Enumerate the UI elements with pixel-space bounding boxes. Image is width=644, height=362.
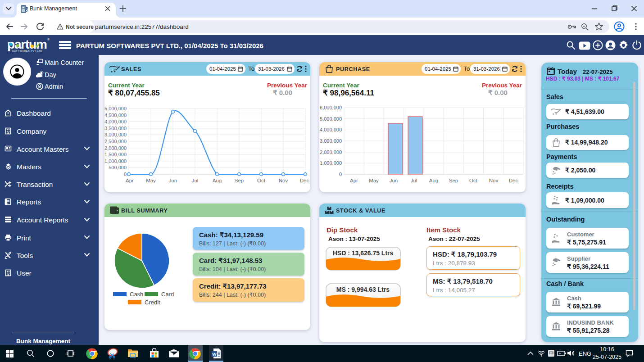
svg-text:4,500,000: 4,500,000 <box>104 113 127 118</box>
svg-text:Cash: Cash <box>130 291 143 298</box>
svg-text:HSD : 13,626.75 Ltrs: HSD : 13,626.75 Ltrs <box>333 249 394 257</box>
svg-text:Sep: Sep <box>235 178 244 183</box>
svg-text:May: May <box>146 178 156 183</box>
svg-text:4,000,000: 4,000,000 <box>104 119 127 124</box>
svg-text:2,500,000: 2,500,000 <box>104 139 127 144</box>
svg-text:Credit: Credit <box>145 299 160 306</box>
svg-text:1,000,000: 1,000,000 <box>104 158 127 164</box>
svg-text:Aug: Aug <box>429 178 438 183</box>
svg-text:Sep: Sep <box>449 178 458 183</box>
svg-text:3,000,000: 3,000,000 <box>104 132 127 137</box>
svg-text:Dec: Dec <box>300 178 309 183</box>
svg-text:Jun: Jun <box>390 178 398 183</box>
svg-text:May: May <box>369 178 379 183</box>
svg-text:Oct: Oct <box>257 178 266 183</box>
svg-text:5,000,000: 5,000,000 <box>320 116 342 122</box>
svg-text:6,000,000: 6,000,000 <box>320 105 342 110</box>
svg-text:Apr: Apr <box>350 178 358 183</box>
svg-text:Nov: Nov <box>279 178 288 183</box>
svg-text:500,000: 500,000 <box>109 165 127 170</box>
svg-text:3,000,000: 3,000,000 <box>320 138 342 144</box>
svg-text:1,000,000: 1,000,000 <box>320 160 342 166</box>
svg-text:Card: Card <box>161 291 174 298</box>
svg-text:0: 0 <box>339 172 342 177</box>
svg-text:3,500,000: 3,500,000 <box>104 126 127 131</box>
svg-text:2,000,000: 2,000,000 <box>104 145 127 151</box>
svg-text:2,000,000: 2,000,000 <box>320 149 342 155</box>
svg-text:4,000,000: 4,000,000 <box>320 127 342 132</box>
svg-text:K: K <box>550 351 553 354</box>
svg-text:Aug: Aug <box>213 178 222 183</box>
svg-text:1,500,000: 1,500,000 <box>104 152 127 157</box>
svg-text:Dec: Dec <box>509 178 518 183</box>
svg-text:Nov: Nov <box>489 178 499 183</box>
svg-text:5,000,000: 5,000,000 <box>104 106 127 111</box>
svg-text:W: W <box>213 352 217 357</box>
svg-text:Jul: Jul <box>411 178 417 183</box>
svg-text:MS : 9,994.63 Ltrs: MS : 9,994.63 Ltrs <box>336 286 390 293</box>
svg-text:Apr: Apr <box>126 178 134 183</box>
svg-text:Jul: Jul <box>192 178 199 183</box>
svg-text:0: 0 <box>124 172 127 177</box>
svg-text:Oct: Oct <box>469 178 478 183</box>
svg-text:Jun: Jun <box>169 178 177 183</box>
